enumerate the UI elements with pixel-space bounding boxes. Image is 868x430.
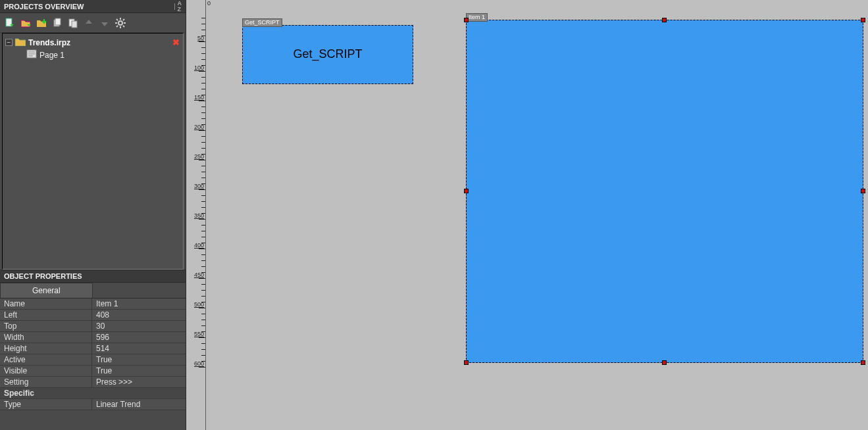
prop-key: Visible xyxy=(0,366,92,376)
prop-value[interactable]: 30 xyxy=(92,321,186,331)
prop-value[interactable]: Press >>> xyxy=(92,377,186,387)
gear-icon[interactable] xyxy=(115,17,126,29)
sort-az-icon[interactable]: AZ xyxy=(178,1,182,12)
prop-section-specific: Specific xyxy=(0,388,186,399)
prop-key: Setting xyxy=(0,377,92,387)
move-down-icon[interactable] xyxy=(99,17,111,29)
ruler-label: 50 xyxy=(197,36,204,41)
close-icon[interactable]: ✖ xyxy=(171,37,180,47)
folder-icon xyxy=(15,37,26,48)
prop-row[interactable]: Width596 xyxy=(0,332,186,343)
divider-icon xyxy=(174,3,175,10)
svg-rect-2 xyxy=(55,18,61,25)
prop-row[interactable]: Left408 xyxy=(0,310,186,321)
ruler-label: 100 xyxy=(194,65,204,71)
resize-handle-se[interactable] xyxy=(861,360,865,365)
prop-row[interactable]: VisibleTrue xyxy=(0,366,186,377)
prop-value[interactable]: 514 xyxy=(92,343,186,354)
projects-title: PROJECTS OVERVIEW xyxy=(4,3,84,11)
svg-rect-4 xyxy=(72,21,77,28)
prop-row[interactable]: Height514 xyxy=(0,343,186,354)
script-box[interactable]: Get_SCRIPT Get_SCRIPT xyxy=(242,25,413,84)
ruler-label: 200 xyxy=(194,124,204,130)
copy-doc-icon[interactable] xyxy=(51,17,63,29)
ruler-label: 350 xyxy=(194,213,204,219)
projects-panel-header: PROJECTS OVERVIEW AZ xyxy=(0,0,186,13)
prop-row[interactable]: Top30 xyxy=(0,321,186,332)
script-box-tag: Get_SCRIPT xyxy=(242,18,282,27)
ruler-label: 450 xyxy=(194,272,204,278)
prop-row[interactable]: ActiveTrue xyxy=(0,354,186,366)
resize-handle-w[interactable] xyxy=(464,189,469,193)
design-canvas[interactable]: Get_SCRIPT Get_SCRIPT Item 1 xyxy=(206,7,868,430)
properties-tabs: General xyxy=(0,283,186,299)
item-box-tag: Item 1 xyxy=(466,13,488,22)
ruler-label: 500 xyxy=(194,302,204,308)
prop-key: Type xyxy=(0,399,92,410)
resize-handle-sw[interactable] xyxy=(464,360,469,365)
resize-handle-nw[interactable] xyxy=(464,18,469,22)
move-up-icon[interactable] xyxy=(83,17,95,29)
resize-handle-e[interactable] xyxy=(861,189,865,193)
prop-row[interactable]: NameItem 1 xyxy=(0,299,186,310)
prop-value[interactable]: Item 1 xyxy=(92,299,186,309)
tab-general[interactable]: General xyxy=(0,283,93,298)
prop-key: Top xyxy=(0,321,92,331)
svg-line-10 xyxy=(116,19,118,20)
prop-value[interactable]: Linear Trend xyxy=(92,399,186,410)
ruler-label: 300 xyxy=(194,183,204,189)
prop-value[interactable]: True xyxy=(92,354,186,365)
svg-line-11 xyxy=(123,26,124,27)
tree-root-label: Trends.irpz xyxy=(28,38,168,47)
prop-value[interactable]: 408 xyxy=(92,310,186,320)
project-tree: − Trends.irpz ✖ Page 1 xyxy=(2,33,184,270)
page-icon xyxy=(26,49,37,60)
prop-key: Height xyxy=(0,343,92,354)
projects-toolbar xyxy=(0,13,186,33)
ruler-label: 600 xyxy=(194,361,204,367)
new-file-icon[interactable] xyxy=(4,17,16,29)
ruler-label: 550 xyxy=(194,331,204,337)
tree-root-item[interactable]: − Trends.irpz ✖ xyxy=(3,36,183,49)
prop-value[interactable]: True xyxy=(92,366,186,376)
ruler-label: 250 xyxy=(194,154,204,160)
svg-line-13 xyxy=(123,19,124,20)
resize-handle-s[interactable] xyxy=(662,360,667,365)
open-folder-icon[interactable] xyxy=(20,17,32,29)
vertical-ruler: 50100150200250300350400450500550600 xyxy=(186,0,206,430)
paste-doc-icon[interactable] xyxy=(67,17,79,29)
svg-line-12 xyxy=(116,26,118,27)
prop-key: Left xyxy=(0,310,92,320)
prop-key: Active xyxy=(0,354,92,365)
ruler-label: 150 xyxy=(194,95,204,101)
prop-key: Name xyxy=(0,299,92,309)
left-panel: PROJECTS OVERVIEW AZ xyxy=(0,0,186,430)
tree-child-label: Page 1 xyxy=(39,51,180,60)
tree-child-item[interactable]: Page 1 xyxy=(3,49,183,61)
script-box-label: Get_SCRIPT xyxy=(243,47,413,61)
resize-handle-ne[interactable] xyxy=(861,18,865,22)
import-folder-icon[interactable] xyxy=(36,17,47,29)
prop-row[interactable]: TypeLinear Trend xyxy=(0,399,186,410)
svg-point-5 xyxy=(118,21,122,25)
properties-grid: NameItem 1Left408Top30Width596Height514A… xyxy=(0,299,186,410)
collapse-icon[interactable]: − xyxy=(5,39,13,46)
prop-value[interactable]: 596 xyxy=(92,332,186,343)
properties-title: OBJECT PROPERTIES xyxy=(4,272,82,280)
prop-row[interactable]: SettingPress >>> xyxy=(0,377,186,388)
item-box[interactable]: Item 1 xyxy=(466,20,863,363)
prop-key: Width xyxy=(0,332,92,343)
properties-panel-header: OBJECT PROPERTIES xyxy=(0,270,186,283)
prop-section-label: Specific xyxy=(0,388,92,398)
resize-handle-n[interactable] xyxy=(662,18,667,22)
ruler-label: 400 xyxy=(194,243,204,249)
ruler-origin: 0 xyxy=(207,0,211,7)
